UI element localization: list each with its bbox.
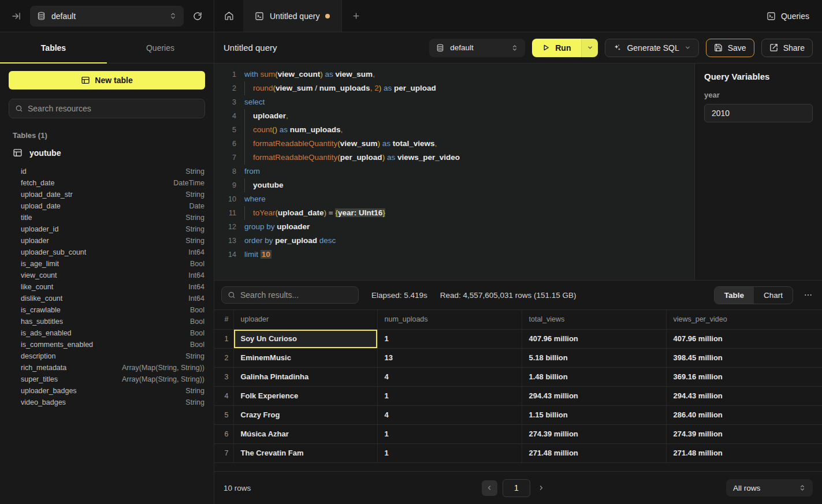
table-cell[interactable]: 1 <box>377 443 522 462</box>
results-table: #uploadernum_uploadstotal_viewsviews_per… <box>214 310 822 463</box>
column-header[interactable]: views_per_video <box>666 310 822 329</box>
code-line[interactable]: 5 count() as num_uploads, <box>221 123 694 137</box>
generate-sql-button[interactable]: Generate SQL <box>605 39 698 57</box>
code-line[interactable]: 3select <box>221 95 694 109</box>
table-cell[interactable]: Folk Experience <box>233 386 377 405</box>
code-line[interactable]: 11 toYear(upload_date) = {year: UInt16} <box>221 206 694 220</box>
table-cell[interactable]: 286.40 million <box>666 405 822 424</box>
table-cell[interactable]: Soy Un Curioso <box>233 329 377 348</box>
database-select[interactable]: default <box>30 6 184 27</box>
code-line[interactable]: 8from <box>221 165 694 178</box>
results-search-input[interactable] <box>240 290 352 300</box>
table-cell[interactable]: Galinha Pintadinha <box>233 367 377 386</box>
table-row: 5Crazy Frog41.15 billion286.40 million <box>214 405 822 424</box>
schema-column-row: is_comments_enabledBool <box>21 339 204 350</box>
table-cell[interactable]: 4 <box>377 405 522 424</box>
code-line[interactable]: 6 formatReadableQuantity(view_sum) as to… <box>221 137 694 151</box>
view-toggle-table[interactable]: Table <box>715 287 754 304</box>
table-row: 7The Crevatin Fam1271.48 million271.48 m… <box>214 443 822 462</box>
code-line[interactable]: 1with sum(view_count) as view_sum, <box>221 68 694 81</box>
collapse-sidebar-button[interactable] <box>9 9 23 23</box>
more-options-button[interactable] <box>801 288 815 302</box>
column-type: DateTime <box>173 179 204 187</box>
table-cell[interactable]: 369.16 million <box>666 367 822 386</box>
code-line[interactable]: 7 formatReadableQuantity(per_upload) as … <box>221 151 694 165</box>
code-line[interactable]: 2 round(view_sum / num_uploads, 2) as pe… <box>221 81 694 95</box>
search-icon <box>228 291 236 299</box>
new-tab-button[interactable] <box>342 0 370 32</box>
resources-search-input[interactable] <box>28 104 199 113</box>
run-button[interactable]: Run <box>532 39 581 57</box>
table-cell[interactable]: 271.48 million <box>522 443 666 462</box>
line-number: 3 <box>221 95 236 109</box>
current-page-indicator[interactable]: 1 <box>503 479 530 497</box>
table-cell[interactable]: 4 <box>377 367 522 386</box>
run-options-button[interactable] <box>581 39 598 57</box>
refresh-button[interactable] <box>191 9 204 23</box>
code-line[interactable]: 9 youtube <box>221 178 694 192</box>
table-cell[interactable]: The Crevatin Fam <box>233 443 377 462</box>
column-header[interactable]: # <box>214 310 233 329</box>
new-table-button[interactable]: New table <box>9 71 205 89</box>
table-cell[interactable]: 271.48 million <box>666 443 822 462</box>
table-row: 3Galinha Pintadinha41.48 billion369.16 m… <box>214 367 822 386</box>
column-name: dislike_count <box>21 294 62 303</box>
table-cell[interactable]: 398.45 million <box>666 348 822 367</box>
toolbar-database-select[interactable]: default <box>429 39 525 57</box>
table-cell[interactable]: 274.39 million <box>522 424 666 443</box>
schema-column-row: uploader_sub_countInt64 <box>21 247 204 258</box>
home-button[interactable] <box>214 0 243 32</box>
table-cell[interactable]: 407.96 million <box>522 329 666 348</box>
code-line[interactable]: 10where <box>221 192 694 206</box>
sidebar-item-youtube-table[interactable]: youtube <box>9 145 205 160</box>
chevron-down-icon <box>685 44 691 51</box>
code-line[interactable]: 13order by per_upload desc <box>221 234 694 248</box>
table-cell[interactable]: 294.43 million <box>522 386 666 405</box>
table-cell[interactable]: 1.48 billion <box>522 367 666 386</box>
line-number: 13 <box>221 234 236 248</box>
column-header[interactable]: num_uploads <box>377 310 522 329</box>
column-name: view_count <box>21 271 57 279</box>
table-cell[interactable]: EminemMusic <box>233 348 377 367</box>
query-variables-title: Query Variables <box>704 72 813 81</box>
schema-column-row: dislike_countInt64 <box>21 293 204 304</box>
previous-page-button[interactable] <box>482 480 497 496</box>
code-line[interactable]: 12group by uploader <box>221 220 694 234</box>
save-button[interactable]: Save <box>706 39 754 57</box>
view-toggle-chart[interactable]: Chart <box>754 287 793 304</box>
results-footer: 10 rows 1 All rows <box>214 471 822 504</box>
column-name: super_titles <box>21 375 58 383</box>
share-button[interactable]: Share <box>761 39 813 57</box>
code-line[interactable]: 14limit 10 <box>221 248 694 262</box>
table-cell[interactable]: 1 <box>377 424 522 443</box>
page-size-select[interactable]: All rows <box>726 479 813 496</box>
queries-panel-button[interactable]: Queries <box>767 12 809 21</box>
table-cell[interactable]: 13 <box>377 348 522 367</box>
table-cell[interactable]: 274.39 million <box>666 424 822 443</box>
table-cell[interactable]: 5.18 billion <box>522 348 666 367</box>
column-header[interactable]: total_views <box>522 310 666 329</box>
table-cell[interactable]: 1.15 billion <box>522 405 666 424</box>
sql-editor[interactable]: 1with sum(view_count) as view_sum,2 roun… <box>214 64 694 280</box>
table-cell[interactable]: 407.96 million <box>666 329 822 348</box>
table-cell[interactable]: 1 <box>377 329 522 348</box>
table-icon <box>13 148 23 158</box>
select-chevrons-icon <box>511 44 518 51</box>
table-cell[interactable]: 294.43 million <box>666 386 822 405</box>
table-cell[interactable]: 1 <box>377 386 522 405</box>
sidebar-tab-queries[interactable]: Queries <box>107 32 214 63</box>
column-header[interactable]: uploader <box>233 310 377 329</box>
column-name: is_crawlable <box>21 306 61 314</box>
next-page-button[interactable] <box>535 482 547 494</box>
results-body: 1Soy Un Curioso1407.96 million407.96 mil… <box>214 329 822 462</box>
table-cell[interactable]: Música Azhar <box>233 424 377 443</box>
editor-workspace: 1with sum(view_count) as view_sum,2 roun… <box>214 64 822 280</box>
sidebar-tab-tables[interactable]: Tables <box>0 32 107 63</box>
tab-untitled-query[interactable]: Untitled query <box>243 0 342 32</box>
code-line[interactable]: 4 uploader, <box>221 109 694 123</box>
column-name: uploader_id <box>21 225 58 233</box>
variable-input-year[interactable] <box>704 104 813 122</box>
more-options-icon <box>804 290 813 300</box>
table-cell[interactable]: Crazy Frog <box>233 405 377 424</box>
read-stat: Read: 4,557,605,031 rows (151.15 GB) <box>440 291 576 300</box>
